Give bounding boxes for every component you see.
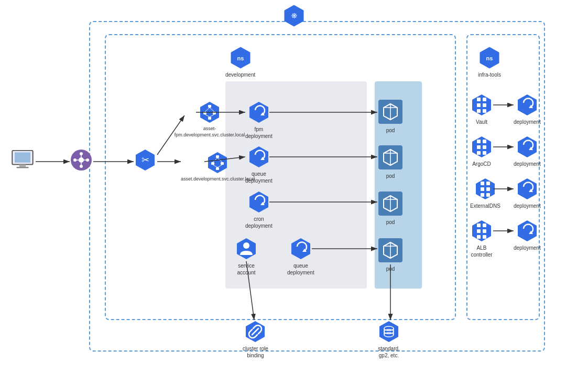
argocd-deploy-label: deployment [514,161,541,167]
svg-marker-43 [249,192,268,212]
diagram-container: ⎈ ✂ [0,0,588,372]
alb-deploy-label: deployment [514,245,541,251]
svg-marker-93 [476,178,495,199]
vault-label: Vault [476,119,487,125]
ingress-node: ✂ [134,148,157,172]
svg-rect-86 [483,140,486,143]
dev-ns-node: ns development [225,46,255,78]
svg-rect-32 [211,162,214,165]
svg-rect-5 [19,164,26,166]
svg-rect-80 [477,109,481,113]
svg-marker-41 [249,146,268,167]
pod1-node: pod [377,99,404,134]
queue-deploy1-label: queuedeployment [245,171,273,184]
pod2-node: pod [377,144,404,179]
svg-marker-82 [518,94,537,115]
svg-rect-24 [213,112,216,114]
svg-marker-75 [472,94,491,115]
svg-text:ns: ns [237,55,244,61]
service-account-label: serviceaccount [237,262,255,276]
svg-rect-77 [483,98,486,101]
vault-deploy-label: deployment [514,119,541,125]
svg-rect-25 [208,117,211,120]
svg-rect-96 [481,187,484,191]
svg-rect-87 [477,145,481,149]
service-account-node: serviceaccount [235,237,258,276]
svg-rect-85 [477,140,481,143]
svg-rect-94 [481,182,484,185]
svg-point-46 [243,242,249,249]
dev-ns-label: development [225,71,255,78]
svg-marker-109 [518,220,537,241]
svg-text:✂: ✂ [141,155,149,165]
svg-rect-98 [481,193,484,197]
svg-rect-34 [216,167,219,170]
svg-rect-22 [208,105,211,108]
svg-rect-107 [477,235,481,239]
svg-rect-81 [483,109,486,113]
svg-rect-31 [216,155,219,158]
vault-node: Vault [470,93,493,125]
svg-marker-47 [291,238,310,259]
svg-text:ns: ns [486,55,493,61]
asset-svc-node: asset.development.svc.cluster.local [181,151,254,183]
cluster-role-binding-node: cluster rolebinding [243,320,268,359]
hub-node [70,148,93,172]
svg-rect-78 [477,103,481,107]
queue-deploy1-node: queuedeployment [245,145,273,184]
cron-deploy-node: crondeployment [245,190,273,229]
kubernetes-logo: ⎈ [282,4,306,27]
pod1-label: pod [386,127,395,134]
pod2-label: pod [386,173,395,179]
svg-rect-105 [477,229,481,233]
fpm-deploy-node: fpmdeployment [245,101,273,140]
alb-deploy-node: deployment [514,219,541,251]
pod3-label: pod [386,219,395,226]
svg-marker-91 [518,136,537,157]
alb-label: ALBcontroller [471,245,492,258]
cron-deploy-label: crondeployment [245,216,273,229]
svg-rect-104 [483,224,486,227]
asset-svc-label: asset.development.svc.cluster.local [181,176,254,183]
queue-deploy2-label: queuedeployment [287,262,314,276]
infra-ns-label: infra-tools [478,71,501,78]
externaldns-deploy-node: deployment [514,177,541,209]
fpm-deploy-label: fpmdeployment [245,126,273,140]
svg-marker-67 [379,321,398,342]
storage-label: standard,gp2, etc. [378,345,400,359]
svg-point-12 [73,158,77,162]
svg-rect-97 [486,187,490,191]
svg-rect-108 [483,235,486,239]
externaldns-node: ExternalDNS [470,177,500,209]
cluster-role-binding-label: cluster rolebinding [243,345,268,359]
svg-text:⎈: ⎈ [291,10,297,20]
svg-point-11 [80,165,83,168]
svg-marker-102 [472,220,491,241]
computer-node [9,150,36,171]
pod4-label: pod [386,265,395,272]
argocd-label: ArgoCD [472,161,491,167]
argocd-deploy-node: deployment [514,135,541,167]
svg-rect-4 [15,152,30,163]
svg-point-8 [79,157,84,163]
pod3-node: pod [377,190,404,226]
storage-node: standard,gp2, etc. [377,320,400,359]
svg-rect-106 [483,229,486,233]
externaldns-label: ExternalDNS [470,203,500,209]
svg-rect-95 [486,182,490,185]
svg-rect-89 [477,151,481,155]
svg-rect-33 [221,162,224,165]
asset-fpm-svc-label: asset-fpm.development.svc.cluster.local [173,126,246,138]
vault-deploy-node: deployment [514,93,541,125]
svg-point-10 [86,158,89,162]
alb-node: ALBcontroller [470,219,493,258]
infra-ns-node: ns infra-tools [478,46,501,78]
asset-fpm-svc-node: asset-fpm.development.svc.cluster.local [173,101,246,138]
svg-rect-90 [483,151,486,155]
argocd-node: ArgoCD [470,135,493,167]
svg-rect-79 [483,103,486,107]
svg-marker-84 [472,136,491,157]
svg-point-9 [80,152,83,155]
queue-deploy2-node: queuedeployment [287,237,314,276]
svg-rect-99 [486,193,490,197]
